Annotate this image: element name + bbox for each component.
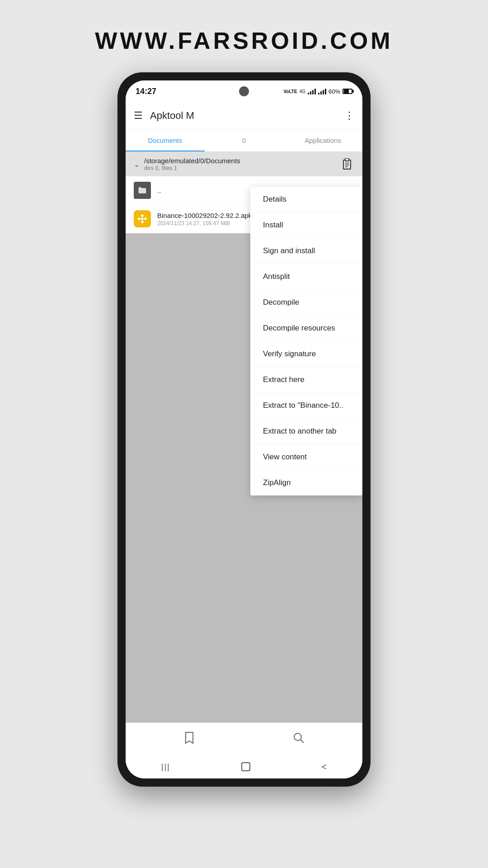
svg-line-13 [300, 740, 304, 743]
more-options-icon[interactable]: ⋮ [344, 110, 354, 122]
svg-rect-6 [139, 187, 142, 189]
svg-rect-1 [345, 158, 349, 161]
menu-item-install[interactable]: Install [250, 212, 362, 238]
path-info: /storage/emulated/0/Documents dirs 0, fi… [144, 157, 340, 171]
file-name: .. [157, 187, 161, 194]
bookmark-icon[interactable] [184, 731, 195, 747]
bottom-nav [126, 722, 362, 755]
phone-device: 14:27 VoLTE 4G 60% [117, 72, 371, 787]
back-icon[interactable]: < [322, 762, 327, 772]
menu-item-extract-another-tab[interactable]: Extract to another tab [250, 419, 362, 444]
battery-percent: 60% [328, 88, 340, 95]
path-meta: dirs 0, files 1 [144, 165, 340, 171]
volte-icon: VoLTE [283, 89, 297, 94]
path-bar: ⌄ /storage/emulated/0/Documents dirs 0, … [126, 152, 362, 176]
current-path: /storage/emulated/0/Documents [144, 157, 340, 165]
tab-documents[interactable]: Documents [126, 129, 205, 151]
apk-icon [134, 210, 151, 227]
menu-item-antisplit[interactable]: Antisplit [250, 264, 362, 290]
svg-marker-8 [138, 217, 141, 221]
website-title: WWW.FARSROID.COM [95, 28, 393, 54]
android-nav-bar: ||| < [126, 755, 362, 778]
menu-item-zipalign[interactable]: ZipAlign [250, 470, 362, 495]
menu-item-verify-signature[interactable]: Verify signature [250, 341, 362, 367]
home-icon[interactable] [241, 762, 250, 771]
status-icons: VoLTE 4G 60% [283, 88, 352, 95]
status-bar: 14:27 VoLTE 4G 60% [126, 80, 362, 102]
menu-item-extract-to-binance[interactable]: Extract to "Binance-10.. [250, 393, 362, 419]
hamburger-icon[interactable]: ☰ [134, 110, 143, 122]
svg-point-12 [294, 733, 301, 741]
context-menu: Details Install Sign and install Antispl… [250, 187, 362, 495]
signal-bars-2 [318, 88, 326, 94]
menu-item-sign-install[interactable]: Sign and install [250, 238, 362, 264]
svg-marker-11 [141, 217, 144, 221]
menu-item-details[interactable]: Details [250, 187, 362, 212]
status-time: 14:27 [136, 87, 156, 96]
phone-screen: 14:27 VoLTE 4G 60% [126, 80, 362, 778]
app-title: Apktool M [150, 110, 344, 122]
battery-icon [343, 89, 352, 94]
folder-icon [134, 182, 151, 199]
chevron-down-icon[interactable]: ⌄ [134, 160, 140, 169]
svg-marker-10 [141, 221, 144, 224]
menu-item-decompile[interactable]: Decompile [250, 290, 362, 316]
recent-apps-icon[interactable]: ||| [161, 762, 170, 772]
svg-marker-9 [144, 217, 147, 221]
menu-item-extract-here[interactable]: Extract here [250, 367, 362, 393]
menu-item-decompile-resources[interactable]: Decompile resources [250, 316, 362, 341]
website-header: WWW.FARSROID.COM [0, 0, 488, 72]
tabs-bar: Documents 0 Applications [126, 129, 362, 152]
tab-count[interactable]: 0 [205, 129, 284, 151]
app-bar: ☰ Apktool M ⋮ [126, 102, 362, 129]
4g-icon: 4G [300, 89, 305, 94]
signal-bars [308, 88, 316, 94]
camera-notch [239, 86, 249, 96]
menu-item-view-content[interactable]: View content [250, 444, 362, 470]
clipboard-icon[interactable] [340, 156, 354, 172]
search-icon[interactable] [293, 732, 305, 746]
tab-applications[interactable]: Applications [283, 129, 362, 151]
svg-marker-7 [141, 214, 144, 217]
